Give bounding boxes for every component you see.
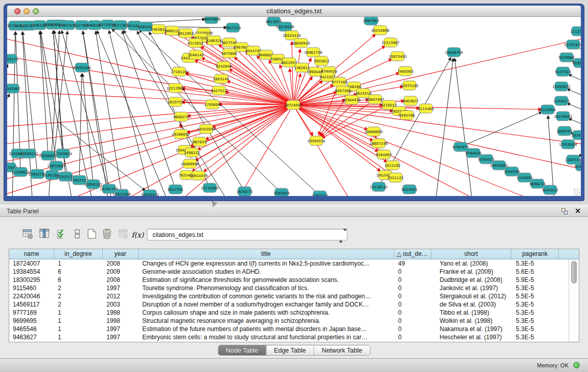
table-cell[interactable]: 1998	[103, 317, 139, 325]
citation-edge-black[interactable]	[109, 31, 150, 194]
table-body[interactable]: 1872400712008Changes of HCN gene express…	[9, 259, 579, 341]
function-builder-icon[interactable]: f(x)	[131, 228, 144, 242]
table-cell[interactable]: 9115460	[9, 284, 54, 292]
citation-edge-red[interactable]	[293, 105, 581, 145]
table-row[interactable]: 2242004622012Investigating the contribut…	[9, 292, 579, 300]
tab-network-table[interactable]: Network Table	[314, 345, 370, 355]
table-cell[interactable]: Embryonic stem cells: a model to study s…	[139, 333, 395, 341]
table-cell[interactable]: 2008	[103, 259, 139, 268]
column-pair-icon[interactable]	[71, 228, 84, 242]
table-cell[interactable]: 2008	[103, 276, 139, 284]
table-cell[interactable]: 5.3E-5	[512, 325, 560, 333]
column-header-in_degree[interactable]: in_degree	[54, 249, 103, 259]
table-scrollbar[interactable]	[569, 260, 579, 342]
table-cell[interactable]: 6	[54, 268, 103, 276]
table-cell[interactable]: 5.3E-5	[512, 300, 560, 309]
table-cell[interactable]: 19384554	[9, 268, 54, 276]
table-row[interactable]: 946554611997Estimation of the future num…	[9, 325, 579, 333]
table-cell[interactable]: Changes of HCN gene expression and I(f) …	[139, 259, 395, 268]
table-cell[interactable]: 9463627	[9, 333, 54, 341]
table-cell[interactable]: 2	[54, 292, 103, 300]
scrollbar-thumb[interactable]	[571, 261, 577, 283]
column-header-short[interactable]: short	[431, 249, 512, 259]
table-cell[interactable]: 22420046	[9, 292, 54, 300]
table-cell[interactable]: 0	[395, 292, 432, 300]
table-cell[interactable]: Structural magnetic resonance image aver…	[139, 317, 395, 325]
table-cell[interactable]: 49	[395, 259, 432, 268]
float-panel-icon[interactable]	[561, 208, 568, 214]
citation-edge-red[interactable]	[293, 105, 555, 196]
table-cell[interactable]: 5.3E-5	[512, 259, 560, 268]
table-row[interactable]: 969969511998Structural magnetic resonanc…	[9, 317, 579, 325]
table-cell[interactable]: 1998	[103, 309, 139, 317]
table-cell[interactable]: 9699695	[9, 317, 54, 325]
import-table-icon[interactable]	[117, 228, 130, 242]
citation-edge-black[interactable]	[96, 31, 122, 194]
select-all-checks-icon[interactable]	[55, 228, 68, 242]
citation-edge-black[interactable]	[436, 58, 453, 196]
new-column-icon[interactable]	[85, 228, 98, 242]
table-cell[interactable]: 18300295	[9, 276, 54, 284]
table-cell[interactable]: Franke et al. (2009)	[432, 268, 512, 276]
table-cell[interactable]: 18724007	[9, 259, 54, 268]
table-cell[interactable]: 5.9E-5	[512, 276, 560, 284]
table-cell[interactable]: 2	[54, 284, 103, 292]
table-row[interactable]: 946362711997Embryonic stem cells: a mode…	[9, 333, 579, 341]
table-cell[interactable]: 0	[395, 276, 432, 284]
window-resize-grip[interactable]	[573, 188, 580, 195]
table-cell[interactable]: 5.6E-5	[512, 268, 560, 276]
table-cell[interactable]: 2	[54, 300, 103, 309]
table-cell[interactable]: 5.3E-5	[512, 333, 560, 341]
citation-edge-black[interactable]	[97, 31, 171, 196]
table-cell[interactable]: de Silva et al. (2003)	[432, 300, 512, 309]
table-cell[interactable]: Investigating the contribution of common…	[139, 292, 395, 300]
column-header-year[interactable]: year	[103, 249, 139, 259]
column-header-title[interactable]: title	[139, 249, 394, 259]
citation-edge-black[interactable]	[79, 74, 82, 180]
table-row[interactable]: 1938455462009Genome-wide association stu…	[9, 268, 579, 276]
table-mode-icon[interactable]	[21, 228, 34, 242]
table-cell[interactable]: Estimation of significance thresholds fo…	[139, 276, 395, 284]
table-cell[interactable]: 0	[395, 300, 432, 309]
table-cell[interactable]: 9777169	[9, 309, 54, 317]
citation-edge-black[interactable]	[7, 64, 8, 78]
table-cell[interactable]: Tibbo et al. (1998)	[432, 309, 512, 317]
table-cell[interactable]: 14569117	[9, 300, 54, 309]
table-row[interactable]: 911546021997Tourette syndrome. Phenomeno…	[9, 284, 579, 292]
network-canvas[interactable]: 1872400797771699699695140557141836329420…	[7, 17, 581, 196]
citation-edge-red[interactable]	[7, 105, 293, 196]
table-row[interactable]: 1456911722003Disruption of a novel membe…	[9, 300, 579, 309]
table-header-row[interactable]: namein_degreeyeartitle△ out_de…shortpage…	[9, 249, 579, 259]
table-cell[interactable]: 0	[395, 284, 432, 292]
table-cell[interactable]: 1997	[103, 333, 139, 341]
window-titlebar[interactable]: citations_edges.txt	[7, 6, 581, 17]
table-cell[interactable]: 0	[395, 317, 432, 325]
table-cell[interactable]: 2012	[103, 292, 139, 300]
show-columns-icon[interactable]	[38, 228, 51, 242]
citation-edge-red[interactable]	[204, 105, 293, 172]
citation-edge-black[interactable]	[567, 103, 581, 112]
table-cell[interactable]: 1	[54, 317, 103, 325]
table-cell[interactable]: 0	[395, 333, 432, 341]
table-cell[interactable]: 9465546	[9, 325, 54, 333]
table-cell[interactable]: Corpus callosum shape and size in male p…	[139, 309, 395, 317]
tab-node-table[interactable]: Node Table	[218, 345, 266, 355]
table-cell[interactable]: 1	[54, 309, 103, 317]
table-cell[interactable]: Genome-wide association studies in ADHD.	[139, 268, 395, 276]
column-header-out_de…[interactable]: △ out_de…	[394, 249, 431, 259]
citation-edge-black[interactable]	[83, 31, 109, 189]
table-cell[interactable]: 6	[54, 276, 103, 284]
table-cell[interactable]: 5.3E-5	[512, 309, 560, 317]
table-cell[interactable]: 1997	[103, 325, 139, 333]
table-cell[interactable]: 0	[395, 325, 432, 333]
close-panel-icon[interactable]: ✕	[575, 207, 581, 215]
table-row[interactable]: 1872400712008Changes of HCN gene express…	[9, 259, 579, 268]
table-cell[interactable]: Yano et al. (2008)	[432, 259, 512, 268]
table-cell[interactable]: Estimation of the future numbers of pati…	[139, 325, 395, 333]
table-cell[interactable]: 1	[54, 325, 103, 333]
column-header-filler[interactable]	[559, 249, 579, 259]
memory-ok-indicator-icon[interactable]	[573, 362, 580, 368]
column-header-name[interactable]: name	[9, 249, 54, 259]
table-cell[interactable]: Nakamura et al. (1997)	[432, 325, 512, 333]
citation-edge-black[interactable]	[569, 74, 581, 83]
